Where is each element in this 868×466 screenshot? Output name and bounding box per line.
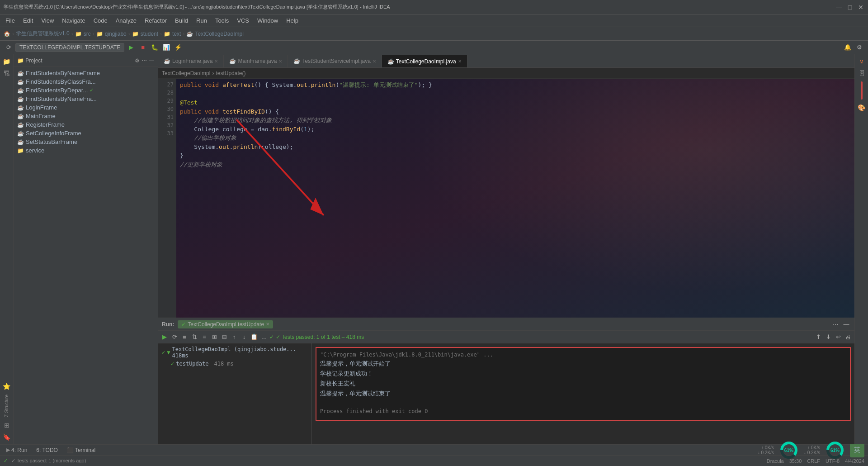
menu-run[interactable]: Run bbox=[193, 16, 211, 25]
run-word-wrap[interactable]: ↩ bbox=[834, 333, 843, 342]
database-icon[interactable]: 🗄 bbox=[856, 68, 867, 79]
tree-item-findstudents4[interactable]: ☕ FindStudentsByNameFra... bbox=[14, 95, 158, 103]
run-config[interactable]: TEXTCOLLEGEDAOIMPL.TESTUPDATE bbox=[15, 43, 124, 52]
rerun-button[interactable]: ⟳ bbox=[4, 43, 14, 52]
maven-icon[interactable]: M bbox=[856, 56, 867, 67]
run-debug-button[interactable]: 🐛 bbox=[150, 43, 160, 52]
tree-item-findstudents1[interactable]: ☕ FindStudentsByNameFrame bbox=[14, 69, 158, 77]
tab-terminal[interactable]: ⬛ Terminal bbox=[64, 446, 98, 454]
code-line-30: public void testFindByID() { bbox=[180, 107, 851, 116]
bottom-tabs: ▶ 4: Run 6: TODO ⬛ Terminal ↑ 0K/s ↓ 0.2… bbox=[0, 444, 868, 455]
tab-mainframe-close[interactable]: ✕ bbox=[278, 59, 282, 64]
sidebar-structure-btn[interactable]: ⊞ bbox=[1, 420, 12, 431]
editor-content: 27 28 29 30 31 32 33 public void afterTe… bbox=[158, 79, 854, 318]
menu-code[interactable]: Code bbox=[90, 16, 111, 25]
run-coverage-button[interactable]: 📊 bbox=[161, 43, 171, 52]
nav-student[interactable]: student bbox=[141, 31, 158, 37]
output-exit-code: Process finished with exit code 0 bbox=[320, 408, 846, 414]
project-gear-icon[interactable]: ⋯ bbox=[142, 57, 147, 64]
run-down-icon[interactable]: ↓ bbox=[240, 333, 249, 342]
run-stop-button[interactable]: ■ bbox=[138, 43, 148, 52]
run-play-button[interactable]: ▶ bbox=[126, 43, 136, 52]
menu-refactor[interactable]: Refactor bbox=[141, 16, 170, 25]
project-close-icon[interactable]: — bbox=[149, 57, 154, 64]
menu-navigate[interactable]: Navigate bbox=[58, 16, 89, 25]
tab-teststudent-close[interactable]: ✕ bbox=[373, 59, 376, 64]
run-stop-icon[interactable]: ■ bbox=[180, 333, 189, 342]
settings-button[interactable]: ⚙ bbox=[854, 43, 864, 52]
notifications-button[interactable]: 🔔 bbox=[843, 43, 853, 52]
tree-item-findstudents3[interactable]: ☕ FindStudentsByDepar... ✓ bbox=[14, 86, 158, 95]
run-tab-label: TextCollegeDaoImpl.testUpdate bbox=[188, 321, 264, 328]
cpu-widget-1: 61% bbox=[779, 441, 798, 460]
menu-edit[interactable]: Edit bbox=[19, 16, 37, 25]
run-collapse-icon[interactable]: ⊟ bbox=[220, 333, 229, 342]
tree-label: FindStudentsByNameFrame bbox=[26, 70, 100, 76]
nav-text[interactable]: text bbox=[172, 31, 181, 37]
breadcrumb-method[interactable]: testUpdate() bbox=[216, 70, 245, 76]
tab-run[interactable]: ▶ 4: Run bbox=[4, 446, 30, 454]
tab-loginframe[interactable]: ☕ LoginFrame.java ✕ bbox=[158, 55, 224, 67]
menu-view[interactable]: View bbox=[38, 16, 57, 25]
run-minimize-btn[interactable]: — bbox=[842, 320, 851, 329]
class-icon: ☕ bbox=[17, 130, 24, 137]
tab-mainframe[interactable]: ☕ MainFrame.java ✕ bbox=[224, 55, 288, 67]
code-line-28 bbox=[180, 90, 851, 99]
tree-item-setstatusbar[interactable]: ☕ SetStatusBarFrame bbox=[14, 138, 158, 146]
run-more-options[interactable]: ⋯ bbox=[831, 320, 840, 329]
menu-help[interactable]: Help bbox=[283, 16, 302, 25]
run-up-icon[interactable]: ↑ bbox=[230, 333, 239, 342]
menu-analyze[interactable]: Analyze bbox=[112, 16, 140, 25]
nav-project[interactable]: 学生信息管理系统v1.0 bbox=[16, 30, 70, 38]
run-tab-textcollege[interactable]: ✓ TextCollegeDaoImpl.testUpdate ✕ bbox=[178, 320, 273, 328]
tab-textcollege[interactable]: ☕ TextCollegeDaoImpl.java ✕ bbox=[382, 55, 467, 67]
tab-todo[interactable]: 6: TODO bbox=[33, 446, 61, 454]
menu-build[interactable]: Build bbox=[171, 16, 192, 25]
menu-tools[interactable]: Tools bbox=[212, 16, 232, 25]
run-expand-icon[interactable]: ⊞ bbox=[210, 333, 219, 342]
art-brush-icon[interactable]: 🎨 bbox=[856, 102, 867, 113]
status-crlf[interactable]: CRLF bbox=[807, 458, 820, 464]
run-profile-button[interactable]: ⚡ bbox=[173, 43, 183, 52]
tree-item-loginframe[interactable]: ☕ LoginFrame bbox=[14, 103, 158, 112]
structure-icon[interactable]: 🏗 bbox=[1, 68, 12, 79]
run-tab-close[interactable]: ✕ bbox=[266, 322, 269, 327]
sidebar-bookmark-btn[interactable]: 🔖 bbox=[1, 432, 12, 442]
run-rerun-icon[interactable]: ⟳ bbox=[170, 333, 179, 342]
ime-indicator[interactable]: 英 bbox=[850, 443, 864, 457]
project-settings-icon[interactable]: ⚙ bbox=[135, 57, 140, 64]
run-print[interactable]: 🖨 bbox=[844, 333, 853, 342]
nav-qingjiabo[interactable]: qingjiabo bbox=[105, 31, 127, 37]
tree-item-service[interactable]: 📁 service bbox=[14, 146, 158, 155]
menu-vcs[interactable]: VCS bbox=[233, 16, 253, 25]
tree-item-mainframe[interactable]: ☕ MainFrame bbox=[14, 112, 158, 120]
tree-item-findstudents2[interactable]: ☕ FindStudentsByClassFra... bbox=[14, 77, 158, 86]
run-more-icon[interactable]: … bbox=[259, 333, 269, 342]
maximize-button[interactable]: □ bbox=[846, 4, 854, 11]
tree-item-registerframe[interactable]: ☕ RegisterFrame bbox=[14, 120, 158, 129]
run-sort-icon[interactable]: ⇅ bbox=[190, 333, 199, 342]
nav-bar: 🏠 › 学生信息管理系统v1.0 › 📁 src › 📁 qingjiabo ›… bbox=[0, 27, 868, 41]
favorites-icon[interactable]: ⭐ bbox=[1, 381, 12, 392]
test-tree-item-update[interactable]: ✓ testUpdate 418 ms bbox=[162, 360, 308, 368]
run-copy-icon[interactable]: 📋 bbox=[250, 333, 259, 342]
breadcrumb-class[interactable]: TextCollegeDaoImpl bbox=[162, 70, 210, 76]
minimize-button[interactable]: — bbox=[835, 4, 843, 11]
tab-textcollege-close[interactable]: ✕ bbox=[458, 59, 462, 64]
nav-src[interactable]: src bbox=[84, 31, 91, 37]
menu-window[interactable]: Window bbox=[254, 16, 282, 25]
tab-loginframe-close[interactable]: ✕ bbox=[214, 59, 218, 64]
project-icon[interactable]: 📁 bbox=[1, 56, 12, 67]
nav-file[interactable]: TextCollegeDaoImpl bbox=[195, 31, 243, 37]
tree-item-setcollegeinfo[interactable]: ☕ SetCollegeInfoFrame bbox=[14, 129, 158, 138]
close-button[interactable]: ✕ bbox=[857, 4, 864, 11]
menu-file[interactable]: File bbox=[2, 16, 19, 25]
tab-teststudent[interactable]: ☕ TestStudentServiceImpl.java ✕ bbox=[288, 55, 382, 67]
tree-label: SetStatusBarFrame bbox=[26, 138, 77, 145]
run-scroll-up[interactable]: ⬆ bbox=[814, 333, 823, 342]
code-lines[interactable]: public void afterTest() { System.out.pri… bbox=[176, 79, 854, 318]
run-play-icon[interactable]: ▶ bbox=[160, 333, 169, 342]
run-filter-icon[interactable]: ≡ bbox=[200, 333, 209, 342]
test-tree-item-main[interactable]: ✓ ▼ TextCollegeDaoImpl (qingjiabo.stude.… bbox=[162, 345, 308, 360]
run-scroll-down[interactable]: ⬇ bbox=[824, 333, 833, 342]
